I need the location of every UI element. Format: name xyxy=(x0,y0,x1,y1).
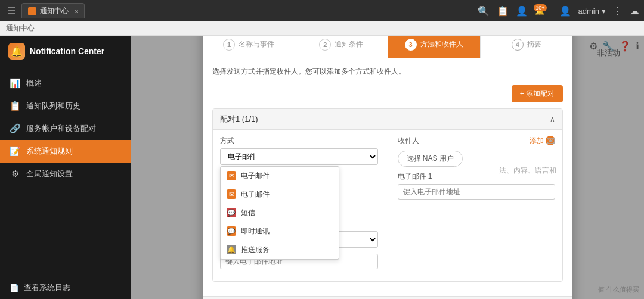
push-icon: 🔔 xyxy=(227,245,236,254)
dropdown-item-sms[interactable]: 💬 短信 xyxy=(221,204,339,222)
modal-footer: 取消 上一步 下一步 xyxy=(203,296,572,300)
profile-icon[interactable]: 👤 xyxy=(559,5,571,17)
user-circle-icon[interactable]: 👤 xyxy=(516,5,528,17)
step-3[interactable]: 3 方法和收件人 xyxy=(388,36,481,58)
email-1-row: 电子邮件 1 xyxy=(398,172,556,200)
steps-bar: 1 名称与事件 2 通知条件 3 方法和收件人 4 摘要 xyxy=(203,36,572,58)
tab-notification-center[interactable]: 通知中心 × xyxy=(21,3,85,18)
step-3-label: 方法和收件人 xyxy=(420,39,463,49)
dropdown-label: 电子邮件 xyxy=(241,171,270,181)
recipient-header: 收件人 添加 + xyxy=(398,136,556,146)
sms-icon: 💬 xyxy=(227,208,236,217)
modal-overlay: 创建事件通知规则 — + × 1 名称与事件 2 通知条件 xyxy=(131,36,644,299)
search-icon[interactable]: 🔍 xyxy=(478,5,490,17)
content-area: ⚙ 🔧 ❓ ℹ 非活动 创建事件通知规则 — + × xyxy=(131,36,644,299)
pair-title: 配对1 (1/1) xyxy=(220,114,258,124)
main-layout: 🔔 Notification Center 📊 概述 📋 通知队列和历史 🔗 服… xyxy=(0,36,644,299)
step-2-num: 2 xyxy=(319,39,331,51)
top-bar-divider xyxy=(552,5,552,17)
dropdown-arrow-icon: ▾ xyxy=(602,7,606,15)
tab-label: 通知中心 xyxy=(40,6,69,16)
hamburger-icon[interactable]: ☰ xyxy=(5,3,18,19)
top-bar-left: ☰ 通知中心 × xyxy=(5,3,473,19)
pair-collapse-button[interactable]: ∧ xyxy=(550,115,555,123)
email-1-input[interactable] xyxy=(398,184,556,200)
pair-header: 配对1 (1/1) ∧ xyxy=(213,109,562,130)
tab-app-icon xyxy=(28,7,36,15)
sidebar-item-label: 全局通知设置 xyxy=(26,169,73,179)
im-icon: 💬 xyxy=(227,226,236,236)
sidebar-logo: 🔔 xyxy=(8,43,25,60)
method-select[interactable]: 电子邮件 xyxy=(220,148,378,165)
recipient-label: 收件人 xyxy=(398,136,419,146)
sidebar-item-overview[interactable]: 📊 概述 xyxy=(0,72,131,95)
breadcrumb-text: 通知中心 xyxy=(6,23,35,33)
sidebar-item-settings[interactable]: ⚙ 全局通知设置 xyxy=(0,163,131,185)
sidebar-item-service[interactable]: 🔗 服务帐户和设备配对 xyxy=(0,117,131,140)
cloud-icon[interactable]: ☁ xyxy=(630,5,639,17)
modal-body: 选择发送方式并指定收件人。您可以添加多个方式和收件人。 + 添加配对 配对1 (… xyxy=(203,58,572,296)
sidebar-footer-label: 查看系统日志 xyxy=(24,282,70,293)
envelope-icon[interactable]: ✉ xyxy=(546,135,555,148)
add-pair-button[interactable]: + 添加配对 xyxy=(512,85,563,102)
method-row: 方式 电子邮件 ✉ xyxy=(220,136,378,165)
sidebar-item-history[interactable]: 📋 通知队列和历史 xyxy=(0,95,131,117)
breadcrumb: 通知中心 xyxy=(0,21,644,36)
dropdown-label: 短信 xyxy=(241,208,255,218)
step-4-num: 4 xyxy=(512,39,524,51)
notification-count: 10+ xyxy=(534,4,546,11)
step-2-label: 通知条件 xyxy=(335,39,363,49)
pair-divider xyxy=(388,136,388,275)
dropdown-label: 推送服务 xyxy=(241,245,270,255)
sidebar-item-rules[interactable]: 📝 系统通知规则 xyxy=(0,140,131,163)
view-system-log-button[interactable]: 📄 查看系统日志 xyxy=(10,282,122,293)
method-dropdown: ✉ 电子邮件 ✉ 电子邮件 xyxy=(220,166,339,260)
rules-icon: 📝 xyxy=(10,146,20,157)
dropdown-item-im[interactable]: 💬 即时通讯 xyxy=(221,222,339,241)
sidebar-item-label: 通知队列和历史 xyxy=(26,101,80,111)
step-3-num: 3 xyxy=(405,39,417,51)
method-label: 方式 xyxy=(220,136,378,146)
sidebar-item-label: 概述 xyxy=(26,78,42,89)
step-2[interactable]: 2 通知条件 xyxy=(295,36,388,58)
pair-right: ✉ 收件人 添加 + 选择 NAS 用户 xyxy=(398,136,556,275)
dropdown-item-email1[interactable]: ✉ 电子邮件 xyxy=(221,167,339,185)
admin-button[interactable]: admin ▾ xyxy=(578,7,606,15)
pair-section: 配对1 (1/1) ∧ 方式 电子邮件 xyxy=(212,108,563,282)
step-1-num: 1 xyxy=(223,39,235,51)
overview-icon: 📊 xyxy=(10,78,20,89)
email-icon: ✉ xyxy=(227,171,236,180)
dropdown-label: 电子邮件 xyxy=(241,189,270,200)
history-icon: 📋 xyxy=(10,101,20,111)
sidebar-item-label: 服务帐户和设备配对 xyxy=(26,123,96,134)
right-hint: 法、内容、语言和 xyxy=(499,166,556,176)
dropdown-label: 即时通讯 xyxy=(241,226,270,236)
sidebar-nav: 📊 概述 📋 通知队列和历史 🔗 服务帐户和设备配对 📝 系统通知规则 ⚙ 全局… xyxy=(0,67,131,276)
sidebar: 🔔 Notification Center 📊 概述 📋 通知队列和历史 🔗 服… xyxy=(0,36,131,299)
step-1[interactable]: 1 名称与事件 xyxy=(203,36,295,58)
more-icon[interactable]: ⋮ xyxy=(613,5,623,17)
dropdown-item-email2[interactable]: ✉ 电子邮件 xyxy=(221,185,339,204)
copy-icon[interactable]: 📋 xyxy=(497,5,509,17)
notification-badge[interactable]: 🔔 10+ xyxy=(535,7,544,15)
log-icon: 📄 xyxy=(10,284,19,292)
pair-left: 方式 电子邮件 ✉ xyxy=(220,136,378,275)
modal-description: 选择发送方式并指定收件人。您可以添加多个方式和收件人。 xyxy=(212,67,563,77)
sidebar-item-label: 系统通知规则 xyxy=(26,146,73,157)
pair-body: 方式 电子邮件 ✉ xyxy=(213,130,562,281)
step-1-label: 名称与事件 xyxy=(239,39,274,49)
sidebar-header: 🔔 Notification Center xyxy=(0,36,131,67)
email2-icon: ✉ xyxy=(227,189,236,199)
top-bar: ☰ 通知中心 × 🔍 📋 👤 🔔 10+ 👤 admin ▾ ⋮ ☁ xyxy=(0,0,644,21)
sidebar-title: Notification Center xyxy=(30,46,104,56)
service-icon: 🔗 xyxy=(10,123,20,134)
dropdown-item-push[interactable]: 🔔 推送服务 xyxy=(221,241,339,259)
top-bar-right: 🔍 📋 👤 🔔 10+ 👤 admin ▾ ⋮ ☁ xyxy=(478,5,639,17)
add-pair-bar: + 添加配对 xyxy=(212,85,563,102)
settings-icon: ⚙ xyxy=(10,169,20,179)
admin-label: admin xyxy=(578,7,599,15)
add-link-label: 添加 xyxy=(530,136,544,146)
select-nas-user-button[interactable]: 选择 NAS 用户 xyxy=(398,151,463,167)
step-4[interactable]: 4 摘要 xyxy=(481,36,572,58)
tab-close-button[interactable]: × xyxy=(75,8,78,15)
